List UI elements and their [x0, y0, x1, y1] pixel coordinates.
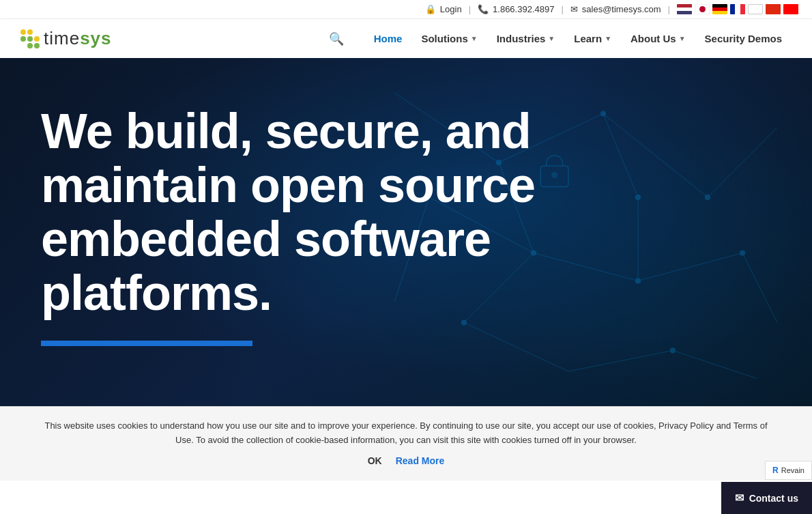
logo-time: time [44, 28, 80, 48]
language-flags [677, 4, 798, 14]
nav-item-solutions[interactable]: Solutions ▼ [411, 27, 487, 50]
nav-item-learn[interactable]: Learn ▼ [564, 27, 621, 50]
flag-de[interactable] [712, 4, 727, 14]
svg-point-24 [635, 195, 641, 200]
separator-2: | [561, 4, 563, 14]
nav-item-industries[interactable]: Industries ▼ [487, 27, 565, 50]
cookie-actions: OK Read More [41, 453, 771, 468]
svg-line-3 [708, 128, 777, 197]
separator-3: | [668, 4, 670, 14]
logo-dot-8 [27, 43, 33, 48]
svg-point-18 [705, 195, 710, 200]
solutions-link[interactable]: Solutions ▼ [411, 27, 487, 50]
svg-point-20 [635, 278, 641, 283]
top-bar: 🔒 Login | 📞 1.866.392.4897 | ✉ sales@tim… [0, 0, 812, 19]
hero-blue-bar [41, 341, 252, 346]
flag-cn[interactable] [766, 4, 781, 14]
svg-line-7 [742, 253, 777, 323]
search-wrap: 🔍 [329, 31, 358, 46]
nav-item-about[interactable]: About Us ▼ [621, 27, 695, 50]
chevron-down-icon: ▼ [471, 35, 478, 42]
about-link[interactable]: About Us ▼ [621, 27, 695, 50]
logo-dot-5 [27, 36, 33, 42]
hero-content: We build, secure, and maintain open sour… [0, 63, 614, 401]
security-demos-link[interactable]: Security Demos [695, 27, 792, 50]
revain-icon: R [772, 466, 779, 475]
learn-link[interactable]: Learn ▼ [564, 27, 621, 50]
logo-dot-9 [34, 43, 40, 48]
home-link[interactable]: Home [364, 27, 412, 50]
lock-icon: 🔒 [425, 4, 436, 14]
flag-tw[interactable] [783, 4, 798, 14]
flag-us[interactable] [677, 4, 692, 14]
svg-point-23 [670, 347, 676, 353]
logo-dot-4 [20, 36, 26, 42]
nav-right: 🔍 Home Solutions ▼ Industries ▼ Learn [329, 27, 792, 50]
logo-dot-6 [34, 36, 40, 42]
cookie-ok-button[interactable]: OK [368, 453, 382, 468]
logo-dot-3 [34, 29, 40, 35]
flag-fr[interactable] [730, 4, 745, 14]
logo-grid [20, 29, 40, 48]
revain-badge[interactable]: R Revain [765, 461, 812, 480]
flag-kr[interactable] [748, 4, 763, 14]
cookie-read-more-link[interactable]: Read More [396, 453, 445, 468]
separator-1: | [469, 4, 471, 14]
logo-area[interactable]: timesys [20, 28, 112, 49]
email-link[interactable]: sales@timesys.com [582, 4, 661, 14]
cookie-banner: This website uses cookies to understand … [0, 406, 812, 481]
logo-dot-7 [20, 43, 26, 48]
phone-icon: 📞 [478, 4, 489, 14]
svg-line-11 [673, 350, 756, 378]
search-icon[interactable]: 🔍 [329, 31, 344, 46]
logo-sys: sys [80, 28, 111, 48]
nav-menu: Home Solutions ▼ Industries ▼ Learn ▼ [364, 27, 792, 50]
logo-dot-1 [20, 29, 26, 35]
hero-section: We build, secure, and maintain open sour… [0, 58, 812, 406]
logo-dot-2 [27, 29, 33, 35]
cookie-text: This website uses cookies to understand … [41, 419, 771, 448]
nav-item-home[interactable]: Home [364, 27, 412, 50]
nav-item-security-demos[interactable]: Security Demos [695, 27, 792, 50]
chevron-down-icon-4: ▼ [679, 35, 686, 42]
flag-jp[interactable] [695, 4, 710, 14]
revain-label: Revain [781, 466, 804, 474]
email-icon: ✉ [570, 4, 578, 14]
svg-line-2 [603, 114, 708, 197]
svg-line-6 [638, 253, 742, 281]
navbar: timesys 🔍 Home Solutions ▼ Industries ▼ [0, 19, 812, 58]
login-link[interactable]: Login [440, 4, 462, 14]
svg-point-21 [740, 251, 745, 256]
logo-text: timesys [44, 28, 112, 49]
chevron-down-icon-2: ▼ [548, 35, 555, 42]
chevron-down-icon-3: ▼ [605, 35, 611, 42]
industries-link[interactable]: Industries ▼ [487, 27, 565, 50]
phone-link[interactable]: 1.866.392.4897 [493, 4, 554, 14]
hero-headline: We build, secure, and maintain open sour… [41, 104, 573, 321]
